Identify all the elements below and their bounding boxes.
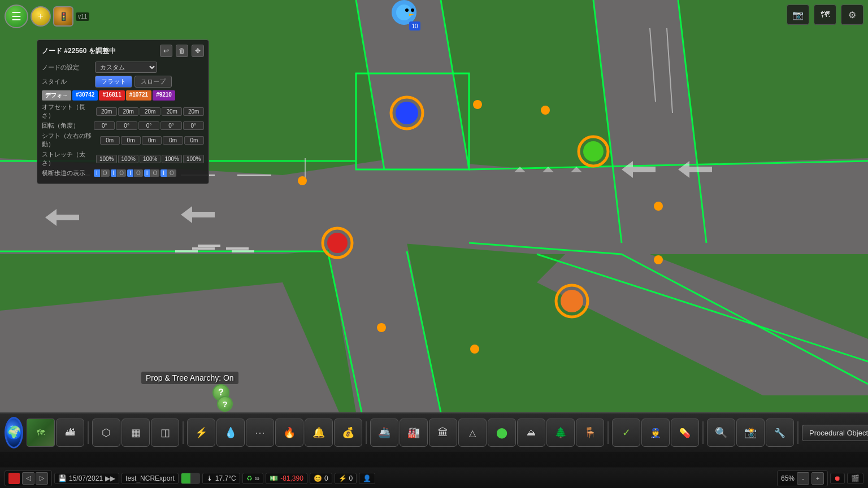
temperature-value: 17.7°C <box>215 474 236 482</box>
screenshot-tool[interactable]: 📸 <box>736 419 765 447</box>
offset-val-0[interactable]: 20m <box>96 107 117 116</box>
water-tool[interactable]: 💧 <box>216 419 245 447</box>
stretch-row: ストレッチ（太さ） 100% 100% 100% 100% 100% <box>42 150 204 167</box>
zone-tool[interactable]: ▦ <box>121 419 150 447</box>
settings-button[interactable]: ⚙ <box>841 5 863 25</box>
seg-tab-default[interactable]: デフォ→ <box>42 90 71 101</box>
svg-point-40 <box>473 100 482 109</box>
svg-point-53 <box>561 290 583 312</box>
power-display: ⚡ 0 <box>335 473 357 484</box>
rotation-val-3[interactable]: 0° <box>160 121 181 130</box>
separator-4 <box>607 421 609 444</box>
person-icon: 👤 <box>363 474 371 482</box>
record-button[interactable]: ⏺ <box>830 473 845 484</box>
industry-tool[interactable]: 🏭 <box>400 419 428 447</box>
crosswalk-toggle-0[interactable]: IO <box>94 169 110 177</box>
stretch-val-0[interactable]: 100% <box>96 155 117 163</box>
shift-val-0[interactable]: 0m <box>100 136 120 145</box>
checkmark-tool[interactable]: ✓ <box>612 419 640 447</box>
temperature-display: 🌡 17.7°C <box>202 473 240 484</box>
shift-val-1[interactable]: 0m <box>121 136 141 145</box>
speed-indicator <box>181 473 200 484</box>
traffic-button[interactable]: 🚦 <box>53 6 73 27</box>
video-button[interactable]: 🎬 <box>847 473 863 484</box>
info-button[interactable]: + <box>31 6 51 27</box>
city-info-button[interactable]: 🏙 <box>56 419 84 447</box>
police-tool[interactable]: 👮 <box>641 419 670 447</box>
terrain-tool[interactable]: ⛰ <box>517 419 545 447</box>
budget-tool[interactable]: 💰 <box>334 419 362 447</box>
offset-val-4[interactable]: 20m <box>183 107 204 116</box>
props-tool[interactable]: 🪑 <box>576 419 604 447</box>
slope-button[interactable]: スロープ <box>134 76 172 88</box>
money-display: 💵 -81,390 <box>266 473 307 484</box>
reset-button[interactable]: ↩ <box>160 45 172 57</box>
seg-tab-30742[interactable]: #30742 <box>72 90 98 101</box>
trees-tool[interactable]: 🌲 <box>546 419 575 447</box>
move-icon: ✥ <box>195 47 201 55</box>
happiness-value: 0 <box>324 474 328 482</box>
seg-tab-10721[interactable]: #10721 <box>126 90 151 101</box>
procedural-objects-button[interactable]: Procedural Objects <box>802 425 868 441</box>
services-tool[interactable]: 🏛 <box>429 419 457 447</box>
nature-tool[interactable]: ⬤ <box>488 419 516 447</box>
shift-val-4[interactable]: 0m <box>184 136 204 145</box>
road-tool[interactable]: ⬡ <box>92 419 120 447</box>
rotation-val-4[interactable]: 0° <box>183 121 204 130</box>
seg-tab-9210[interactable]: #9210 <box>153 90 175 101</box>
health-tool[interactable]: 💊 <box>671 419 699 447</box>
stretch-val-1[interactable]: 100% <box>118 155 139 163</box>
search-tool[interactable]: 🔍 <box>707 419 735 447</box>
seg-tab-16811[interactable]: #16811 <box>99 90 124 101</box>
delete-icon: 🗑 <box>179 47 185 55</box>
flat-button[interactable]: フラット <box>95 76 132 88</box>
cargo-tool[interactable]: 🚢 <box>370 419 398 447</box>
next-frame[interactable]: ▷ <box>36 472 48 485</box>
electricity-tool[interactable]: ⚡ <box>187 419 215 447</box>
crosswalk-toggle-3[interactable]: IO <box>144 169 160 177</box>
crosswalk-toggle-1[interactable]: IO <box>111 169 127 177</box>
save-name-display[interactable]: test_NCRExport <box>121 473 179 484</box>
forward-btn[interactable]: ▶▶ <box>105 474 115 482</box>
menu-button[interactable]: ☰ <box>5 5 28 28</box>
crosswalk-toggle-2[interactable]: IO <box>127 169 143 177</box>
help-circle-button[interactable]: ? <box>217 396 233 412</box>
stretch-val-2[interactable]: 100% <box>140 155 160 163</box>
rotation-val-2[interactable]: 0° <box>138 121 159 130</box>
extra-tool[interactable]: 🔧 <box>766 419 794 447</box>
person-display: 👤 <box>359 473 375 484</box>
zoom-in[interactable]: + <box>811 472 824 485</box>
stretch-val-4[interactable]: 100% <box>183 155 204 163</box>
shift-val-3[interactable]: 0m <box>163 136 183 145</box>
crosswalk-toggle-4[interactable]: IO <box>160 169 176 177</box>
shift-val-2[interactable]: 0m <box>142 136 162 145</box>
prop-anarchy-notice: Prop & Tree Anarchy: On <box>141 372 238 384</box>
offset-val-1[interactable]: 20m <box>118 107 139 116</box>
offset-val-3[interactable]: 20m <box>162 107 183 116</box>
pause-button[interactable] <box>8 473 20 484</box>
rotation-val-1[interactable]: 0° <box>116 121 137 130</box>
money-value: -81,390 <box>280 474 303 482</box>
camera-button[interactable]: 📷 <box>787 5 809 25</box>
setting-select[interactable]: カスタム <box>95 62 157 73</box>
svg-point-57 <box>411 8 414 12</box>
globe-button[interactable]: 🌍 <box>5 417 23 448</box>
pipes-tool[interactable]: ⋯ <box>246 419 274 447</box>
happiness-display: 😊 0 <box>310 473 332 484</box>
alarm-tool[interactable]: 🔔 <box>305 419 333 447</box>
separator-3 <box>366 421 367 444</box>
svg-point-49 <box>583 141 604 162</box>
delete-button[interactable]: 🗑 <box>176 45 188 57</box>
zoom-out[interactable]: - <box>797 472 809 485</box>
disaster-tool[interactable]: 🔥 <box>275 419 303 447</box>
parks-tool[interactable]: △ <box>458 419 487 447</box>
prev-frame[interactable]: ◁ <box>22 472 34 485</box>
district-tool[interactable]: ◫ <box>151 419 179 447</box>
minimap-button[interactable]: 🗺 <box>27 419 55 447</box>
move-button[interactable]: ✥ <box>192 45 204 57</box>
map-overview-button[interactable]: 🗺 <box>814 5 836 25</box>
stretch-val-3[interactable]: 100% <box>162 155 183 163</box>
offset-label: オフセット（長さ） <box>42 103 95 120</box>
offset-val-2[interactable]: 20m <box>140 107 160 116</box>
rotation-val-0[interactable]: 0° <box>94 121 115 130</box>
